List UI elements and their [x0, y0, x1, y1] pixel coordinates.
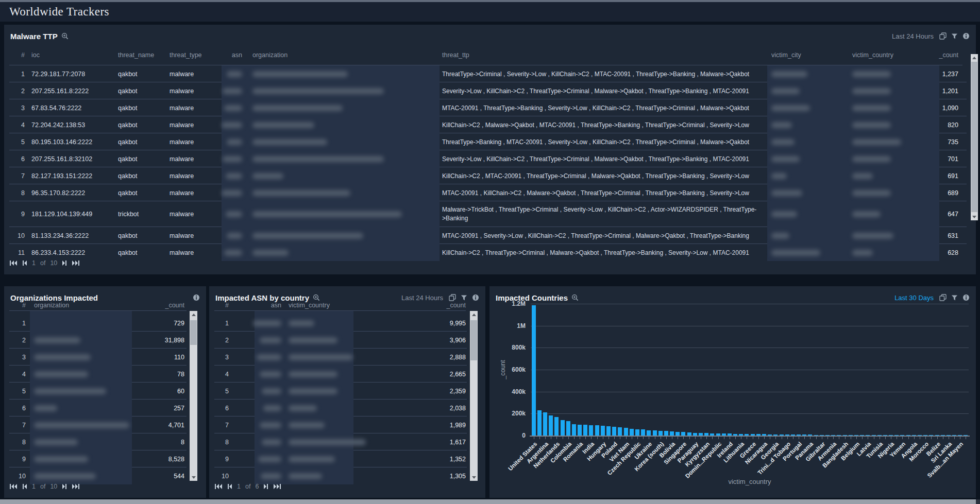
- prev-page-button[interactable]: [227, 483, 232, 490]
- table-row[interactable]: 32,888: [209, 349, 485, 366]
- table-scrollbar[interactable]: [190, 311, 197, 481]
- chart-bar[interactable]: [941, 435, 945, 436]
- col-header-num[interactable]: #: [216, 302, 229, 309]
- chart-bar[interactable]: [612, 427, 616, 436]
- chart-bar[interactable]: [664, 431, 668, 436]
- scroll-up-arrow[interactable]: [971, 54, 978, 61]
- table-row[interactable]: 896.35.170.82:2222qakbotmalwareMTAC-2009…: [4, 184, 976, 201]
- chart-bar[interactable]: [912, 435, 916, 436]
- chart-bar[interactable]: [791, 435, 795, 436]
- chart-bar[interactable]: [572, 424, 576, 436]
- table-row[interactable]: 74,701: [4, 416, 206, 433]
- col-header-count[interactable]: _count: [906, 51, 958, 59]
- chart-bar[interactable]: [894, 435, 899, 436]
- table-row[interactable]: 172.29.181.77:2078qakbotmalwareThreatTyp…: [4, 65, 976, 82]
- time-range-label[interactable]: Last 24 Hours: [892, 32, 934, 40]
- table-row[interactable]: 6207.255.161.8:32102qakbotmalwareSeverit…: [4, 150, 976, 167]
- chart-bar[interactable]: [768, 435, 772, 436]
- col-header-num[interactable]: #: [13, 51, 25, 59]
- time-range-label[interactable]: Last 24 Hours: [401, 294, 443, 302]
- chart-bar[interactable]: [773, 435, 778, 436]
- scroll-thumb[interactable]: [470, 320, 477, 360]
- col-header-asn[interactable]: asn: [216, 51, 242, 59]
- first-page-button[interactable]: [9, 260, 18, 266]
- scroll-down-arrow[interactable]: [470, 474, 478, 481]
- chart-bar[interactable]: [837, 435, 841, 436]
- prev-page-button[interactable]: [22, 483, 27, 490]
- chart-bar[interactable]: [687, 432, 691, 436]
- next-page-button[interactable]: [62, 483, 67, 490]
- chart-bar[interactable]: [756, 434, 761, 436]
- table-row[interactable]: 98,528: [4, 450, 206, 467]
- table-row[interactable]: 81,617: [209, 433, 485, 450]
- chart-bar[interactable]: [860, 435, 864, 436]
- scroll-down-arrow[interactable]: [190, 474, 197, 481]
- col-header-num[interactable]: #: [11, 302, 26, 309]
- chart-bar[interactable]: [658, 431, 663, 436]
- chart-bar[interactable]: [849, 435, 853, 436]
- col-header-threat-type[interactable]: threat_type: [170, 51, 202, 59]
- info-icon[interactable]: [962, 32, 970, 40]
- scroll-thumb[interactable]: [190, 320, 197, 345]
- table-row[interactable]: 1186.233.4.153:2222qakbotmalwareKillChai…: [4, 244, 976, 261]
- chart-bar[interactable]: [578, 425, 582, 436]
- table-row[interactable]: 367.83.54.76:2222qakbotmalwareMTAC-20091…: [4, 99, 976, 116]
- col-header-threat-ttp[interactable]: threat_ttp: [442, 51, 469, 59]
- chart-bar[interactable]: [618, 427, 622, 436]
- chart-bar[interactable]: [606, 426, 611, 436]
- chart-bar[interactable]: [923, 435, 927, 436]
- chart-bar[interactable]: [710, 433, 714, 436]
- zoom-in-icon[interactable]: [61, 32, 69, 40]
- chart-bar[interactable]: [964, 435, 968, 436]
- chart-bar[interactable]: [716, 433, 720, 436]
- next-page-button[interactable]: [62, 260, 67, 266]
- filter-icon[interactable]: [951, 33, 958, 40]
- copy-icon[interactable]: [939, 32, 947, 40]
- table-row[interactable]: 1081.133.234.36:2222qakbotmalwareMTAC-20…: [4, 227, 976, 244]
- chart-bar[interactable]: [872, 435, 876, 436]
- col-header-asn[interactable]: asn: [256, 302, 281, 309]
- prev-page-button[interactable]: [22, 260, 27, 266]
- chart-bar[interactable]: [820, 435, 824, 436]
- col-header-victim-country[interactable]: victim_country: [852, 51, 893, 59]
- chart-bar[interactable]: [745, 434, 749, 436]
- table-row[interactable]: 23,906: [209, 332, 485, 349]
- chart-bar[interactable]: [583, 425, 587, 436]
- chart-bar[interactable]: [935, 435, 939, 436]
- last-page-button[interactable]: [72, 483, 80, 490]
- col-header-organization[interactable]: organization: [34, 302, 69, 309]
- chart-bar[interactable]: [929, 435, 933, 436]
- chart-bar[interactable]: [814, 435, 818, 436]
- scroll-up-arrow[interactable]: [190, 311, 197, 318]
- page-horizontal-scrollbar[interactable]: [0, 499, 980, 504]
- horizontal-scroll-thumb[interactable]: [0, 499, 976, 504]
- table-scrollbar[interactable]: [470, 311, 478, 481]
- col-header-threat-name[interactable]: threat_name: [118, 51, 154, 59]
- copy-icon[interactable]: [449, 294, 456, 301]
- table-row[interactable]: 560: [4, 383, 206, 399]
- next-page-button[interactable]: [263, 483, 268, 490]
- chart-bar[interactable]: [947, 435, 951, 436]
- chart-bar[interactable]: [728, 433, 732, 436]
- chart-bar[interactable]: [883, 435, 887, 436]
- chart-bar[interactable]: [549, 415, 553, 436]
- chart-bar[interactable]: [722, 433, 726, 436]
- chart-bar[interactable]: [704, 433, 708, 436]
- first-page-button[interactable]: [9, 483, 18, 490]
- table-row[interactable]: 91,352: [209, 450, 485, 467]
- chart-bar[interactable]: [595, 425, 599, 436]
- chart-bar[interactable]: [561, 420, 565, 436]
- zoom-in-icon[interactable]: [313, 294, 320, 301]
- chart-bar[interactable]: [693, 433, 697, 436]
- chart-bar[interactable]: [566, 421, 570, 436]
- filter-icon[interactable]: [461, 294, 467, 301]
- chart-bar[interactable]: [918, 435, 922, 436]
- chart-bar[interactable]: [785, 435, 789, 436]
- table-row[interactable]: 52,359: [209, 383, 485, 399]
- table-row[interactable]: 62,038: [209, 399, 485, 416]
- chart-bar[interactable]: [854, 435, 858, 436]
- col-header-count[interactable]: _count: [128, 302, 184, 309]
- last-page-button[interactable]: [72, 260, 80, 266]
- chart-bar[interactable]: [554, 417, 559, 436]
- chart-bar[interactable]: [900, 435, 904, 436]
